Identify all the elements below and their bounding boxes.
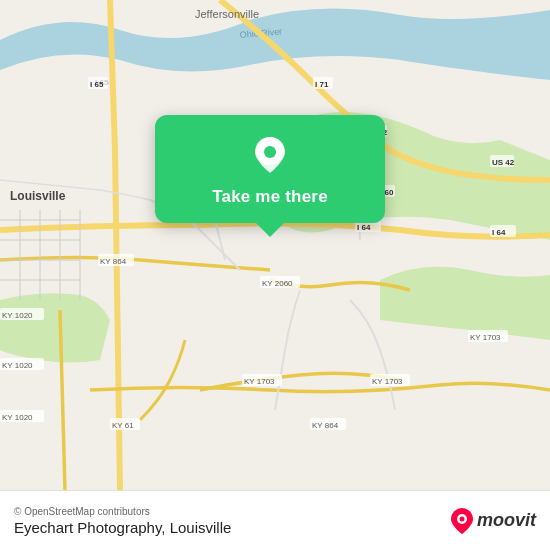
svg-text:KY 1703: KY 1703 xyxy=(372,377,403,386)
svg-text:KY 1703: KY 1703 xyxy=(470,333,501,342)
moovit-logo: moovit xyxy=(451,508,536,534)
svg-text:KY 1703: KY 1703 xyxy=(244,377,275,386)
svg-text:KY 1020: KY 1020 xyxy=(2,413,33,422)
popup-label: Take me there xyxy=(212,187,328,207)
moovit-brand-text: moovit xyxy=(477,510,536,531)
svg-text:KY 864: KY 864 xyxy=(312,421,339,430)
svg-point-40 xyxy=(264,146,276,158)
svg-point-42 xyxy=(459,516,464,521)
bottom-bar: © OpenStreetMap contributors Eyechart Ph… xyxy=(0,490,550,550)
svg-text:I 65: I 65 xyxy=(90,80,104,89)
place-name: Eyechart Photography, Louisville xyxy=(14,519,231,536)
svg-text:US 42: US 42 xyxy=(492,158,515,167)
svg-text:Jeffersonville: Jeffersonville xyxy=(195,8,259,20)
map-svg: Ohio River I 65 I 65 xyxy=(0,0,550,490)
svg-text:KY 1020: KY 1020 xyxy=(2,361,33,370)
location-pin-icon xyxy=(248,133,292,177)
svg-text:KY 1020: KY 1020 xyxy=(2,311,33,320)
moovit-pin-icon xyxy=(451,508,473,534)
svg-text:KY 2060: KY 2060 xyxy=(262,279,293,288)
bottom-bar-info: © OpenStreetMap contributors Eyechart Ph… xyxy=(14,506,231,536)
svg-text:I 64: I 64 xyxy=(492,228,506,237)
svg-text:KY 864: KY 864 xyxy=(100,257,127,266)
svg-text:Louisville: Louisville xyxy=(10,189,66,203)
map-attribution: © OpenStreetMap contributors xyxy=(14,506,231,517)
svg-text:I 64: I 64 xyxy=(357,223,371,232)
map-view[interactable]: Ohio River I 65 I 65 xyxy=(0,0,550,490)
svg-text:KY 61: KY 61 xyxy=(112,421,134,430)
popup-card[interactable]: Take me there xyxy=(155,115,385,223)
svg-text:I 71: I 71 xyxy=(315,80,329,89)
svg-rect-0 xyxy=(0,0,550,490)
